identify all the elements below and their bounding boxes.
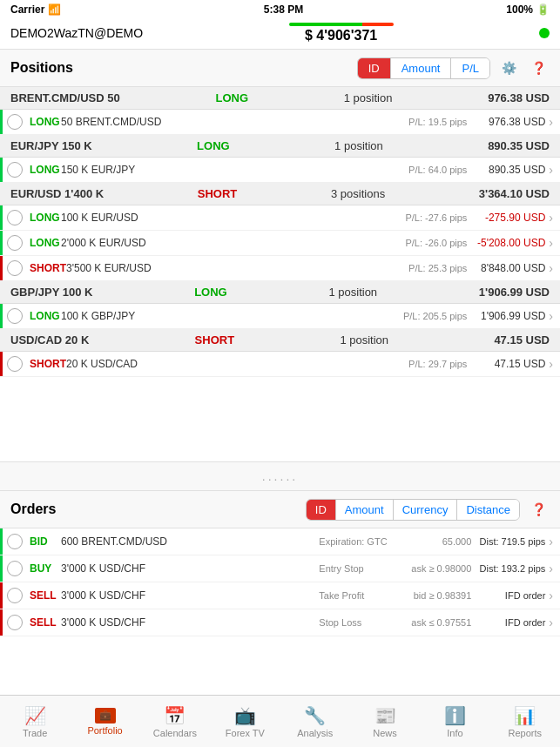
order-row[interactable]: BID 600 BRENT.CMD/USD Expiration: GTC 65…	[0, 528, 560, 555]
pos-direction: LONG	[30, 237, 61, 249]
tab-amount-orders[interactable]: Amount	[336, 500, 394, 520]
gear-icon[interactable]: ⚙️	[497, 57, 520, 79]
position-row[interactable]: LONG 50 BRENT.CMD/USD P/L: 19.5 pips 976…	[0, 110, 560, 135]
tab-distance-orders[interactable]: Distance	[457, 500, 519, 520]
order-condition: bid ≥ 0.98391	[397, 590, 471, 601]
tab-id-orders[interactable]: ID	[307, 500, 336, 520]
help-icon[interactable]: ❓	[527, 57, 550, 79]
group-pl-brent: 976.38 USD	[488, 91, 550, 104]
tab-news[interactable]: 📰 News	[350, 696, 420, 747]
group-dir-usdcad: SHORT	[195, 333, 235, 347]
group-symbol-gbpjpy: GBP/JPY 100 K	[10, 286, 92, 299]
order-checkbox[interactable]	[7, 534, 23, 549]
order-type: SELL	[30, 589, 61, 602]
order-distance: Dist: 719.5 pips	[471, 536, 545, 547]
analysis-icon: 🔧	[304, 705, 326, 726]
order-type: BUY	[30, 562, 61, 575]
order-amount: 3'000 K USD/CHF	[61, 562, 319, 575]
position-row[interactable]: LONG 150 K EUR/JPY P/L: 64.0 pips 890.35…	[0, 158, 560, 183]
group-pl-usdcad: 47.15 USD	[494, 333, 550, 347]
pos-checkbox[interactable]	[7, 162, 23, 178]
tab-trade-label: Trade	[23, 728, 47, 738]
pos-checkbox[interactable]	[7, 260, 23, 276]
chevron-right-icon: ›	[549, 261, 553, 275]
order-info: Expiration: GTC	[319, 536, 397, 547]
orders-tab-group[interactable]: ID Amount Currency Distance	[306, 499, 520, 521]
orders-title: Orders	[10, 501, 56, 517]
tab-currency-orders[interactable]: Currency	[394, 500, 458, 520]
tab-calendars[interactable]: 📅 Calendars	[140, 696, 210, 747]
chevron-right-icon: ›	[549, 163, 553, 177]
pos-value: -5'208.00 USD	[467, 237, 545, 249]
chevron-right-icon: ›	[549, 309, 553, 323]
pos-checkbox[interactable]	[7, 114, 23, 130]
order-amount: 600 BRENT.CMD/USD	[61, 535, 319, 548]
news-icon: 📰	[374, 705, 396, 726]
tab-id-positions[interactable]: ID	[358, 58, 391, 78]
order-type: BID	[30, 535, 61, 548]
orders-help-icon[interactable]: ❓	[527, 498, 550, 521]
order-row[interactable]: SELL 3'000 K USD/CHF Take Profit bid ≥ 0…	[0, 582, 560, 609]
chevron-right-icon: ›	[549, 115, 553, 129]
pos-value: 47.15 USD	[467, 358, 545, 370]
calendars-icon: 📅	[164, 705, 186, 726]
group-count-usdcad: 1 position	[340, 333, 388, 347]
tab-forextv[interactable]: 📺 Forex TV	[210, 696, 280, 747]
pos-amount: 50 BRENT.CMD/USD	[61, 116, 380, 128]
chevron-right-icon: ›	[549, 236, 553, 250]
pos-amount: 100 K GBP/JPY	[61, 310, 380, 322]
pos-checkbox[interactable]	[7, 308, 23, 324]
trade-icon: 📈	[24, 705, 46, 726]
pos-value: 976.38 USD	[467, 116, 545, 128]
chevron-right-icon: ›	[549, 211, 553, 225]
tab-portfolio[interactable]: 💼 Portfolio	[70, 696, 139, 747]
tab-amount-positions[interactable]: Amount	[391, 58, 452, 78]
pos-pl-label: P/L: -27.6 pips	[380, 212, 467, 223]
battery-label: 100% 🔋	[506, 3, 550, 16]
pos-pl-label: P/L: 205.5 pips	[380, 311, 467, 321]
order-checkbox[interactable]	[7, 615, 23, 630]
chevron-right-icon: ›	[549, 616, 553, 629]
order-checkbox[interactable]	[7, 588, 23, 603]
order-row[interactable]: BUY 3'000 K USD/CHF Entry Stop ask ≥ 0.9…	[0, 555, 560, 582]
tab-analysis-label: Analysis	[297, 728, 333, 738]
tab-pl-positions[interactable]: P/L	[451, 58, 489, 78]
position-group-gbpjpy: GBP/JPY 100 K LONG 1 position 1'906.99 U…	[0, 281, 560, 304]
portfolio-icon: 💼	[95, 708, 116, 723]
account-name: DEMO2WazTN@DEMO	[10, 26, 143, 40]
pos-pl-label: P/L: 64.0 pips	[380, 165, 467, 175]
connection-indicator	[539, 28, 550, 38]
pos-direction: LONG	[30, 212, 61, 224]
group-count-gbpjpy: 1 position	[328, 286, 377, 299]
pos-checkbox[interactable]	[7, 356, 23, 372]
pos-value: 8'848.00 USD	[467, 262, 545, 274]
positions-title: Positions	[10, 60, 73, 76]
order-checkbox[interactable]	[7, 561, 23, 576]
tab-reports[interactable]: 📊 Reports	[490, 696, 560, 747]
position-row[interactable]: LONG 100 K GBP/JPY P/L: 205.5 pips 1'906…	[0, 304, 560, 329]
positions-tab-group[interactable]: ID Amount P/L	[357, 57, 490, 79]
order-info: Take Profit	[319, 590, 397, 601]
order-condition: ask ≤ 0.97551	[397, 617, 471, 628]
order-distance: IFD order	[471, 617, 545, 628]
pos-checkbox[interactable]	[7, 210, 23, 225]
reports-icon: 📊	[514, 705, 536, 726]
position-row[interactable]: SHORT 3'500 K EUR/USD P/L: 25.3 pips 8'8…	[0, 256, 560, 281]
tab-analysis[interactable]: 🔧 Analysis	[280, 696, 350, 747]
group-count-eurjpy: 1 position	[334, 139, 383, 152]
group-dir-eurjpy: LONG	[197, 139, 230, 152]
position-row[interactable]: LONG 100 K EUR/USD P/L: -27.6 pips -275.…	[0, 205, 560, 231]
group-dir-brent: LONG	[215, 91, 248, 104]
position-row[interactable]: SHORT 20 K USD/CAD P/L: 29.7 pips 47.15 …	[0, 352, 560, 377]
order-condition: 65.000	[397, 536, 471, 547]
pos-direction: LONG	[30, 164, 61, 176]
time-label: 5:38 PM	[264, 3, 303, 16]
pos-checkbox[interactable]	[7, 235, 23, 251]
tab-info[interactable]: ℹ️ Info	[420, 696, 489, 747]
orders-container: BID 600 BRENT.CMD/USD Expiration: GTC 65…	[0, 528, 560, 636]
order-row[interactable]: SELL 3'000 K USD/CHF Stop Loss ask ≤ 0.9…	[0, 609, 560, 636]
balance-amount: $ 4'906'371	[305, 28, 377, 44]
tab-trade[interactable]: 📈 Trade	[0, 696, 70, 747]
orders-section-header: Orders ID Amount Currency Distance ❓	[0, 491, 560, 528]
position-row[interactable]: LONG 2'000 K EUR/USD P/L: -26.0 pips -5'…	[0, 231, 560, 256]
